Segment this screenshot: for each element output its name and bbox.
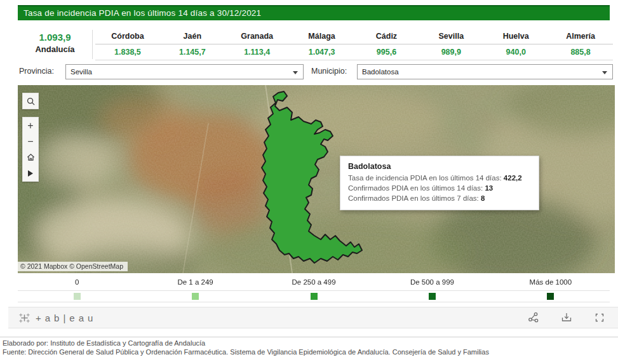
download-button[interactable] — [560, 311, 574, 325]
map-tooltip: Badolatosa Tasa de incidencia PDIA en lo… — [340, 156, 539, 210]
legend-swatch[interactable] — [74, 293, 81, 300]
pan-tools-expand-button[interactable] — [23, 165, 38, 181]
home-button[interactable] — [23, 149, 38, 165]
andalucia-summary: 1.093,9 Andalucía — [18, 30, 93, 59]
tooltip-row: Confirmados PDIA en los últimos 14 días:… — [348, 183, 531, 193]
fullscreen-button[interactable] — [593, 311, 607, 325]
province-header: Cádiz — [354, 29, 419, 44]
municipio-label: Municipio: — [311, 67, 347, 76]
chevron-down-icon — [293, 71, 298, 74]
tooltip-row: Tasa de incidencia PDIA en los últimos 1… — [348, 173, 531, 183]
legend-swatch-cell — [136, 293, 254, 300]
tableau-wordmark: +ab|eau — [36, 313, 97, 323]
credits-line-elaborado: Elaborado por: Instituto de Estadística … — [3, 339, 489, 348]
andalucia-value: 1.093,9 — [18, 30, 92, 43]
minus-icon: − — [27, 136, 33, 147]
tableau-logo[interactable]: +ab|eau — [18, 312, 97, 324]
map-attribution[interactable]: © 2021 Mapbox © OpenStreetMap — [18, 262, 128, 271]
home-icon — [26, 152, 36, 162]
toolbar-actions — [527, 311, 607, 325]
zoom-in-button[interactable]: + — [23, 118, 38, 133]
legend-labels: 0 De 1 a 249 De 250 a 499 De 500 a 999 M… — [18, 278, 610, 289]
provinces-values-row: 1.838,5 1.145,7 1.113,4 1.047,3 995,6 98… — [95, 44, 613, 60]
color-legend: 0 De 1 a 249 De 250 a 499 De 500 a 999 M… — [18, 278, 610, 302]
legend-swatches — [18, 290, 610, 302]
province-header: Córdoba — [95, 29, 160, 44]
legend-label: Más de 1000 — [492, 278, 610, 289]
province-value: 1.047,3 — [290, 44, 354, 60]
tooltip-row-label: Confirmados PDIA en los últimos 14 días: — [348, 184, 485, 192]
legend-swatch[interactable] — [311, 293, 318, 300]
map-view[interactable]: + − Badolatosa Tasa de incidencia PDIA e… — [18, 85, 615, 273]
chevron-down-icon — [602, 71, 607, 74]
province-value: 885,8 — [548, 44, 613, 60]
province-value: 989,9 — [419, 44, 483, 60]
province-header: Jaén — [160, 29, 225, 44]
tooltip-row-label: Tasa de incidencia PDIA en los últimos 1… — [348, 174, 504, 182]
legend-swatch[interactable] — [429, 293, 436, 300]
legend-swatch-cell — [492, 293, 610, 300]
plus-icon: + — [27, 120, 33, 131]
provincia-dropdown[interactable]: Sevilla — [65, 64, 304, 79]
province-value: 1.113,4 — [225, 44, 290, 60]
province-header: Málaga — [290, 29, 354, 44]
tooltip-row-value: 422,2 — [504, 174, 522, 182]
tooltip-row-value: 13 — [485, 184, 493, 192]
search-icon — [26, 97, 36, 106]
tooltip-row: Confirmados PDIA en los últimos 7 días: … — [348, 193, 531, 203]
tableau-mark-icon — [18, 312, 30, 324]
legend-label: 0 — [18, 278, 136, 289]
province-header: Huelva — [483, 29, 548, 44]
tooltip-row-value: 8 — [481, 194, 485, 202]
credits-block: Elaborado por: Instituto de Estadística … — [3, 339, 489, 356]
legend-swatch-cell — [255, 293, 373, 300]
legend-label: De 250 a 499 — [255, 278, 373, 289]
tooltip-title: Badolatosa — [348, 162, 531, 171]
legend-swatch[interactable] — [547, 293, 554, 300]
province-value: 995,6 — [354, 44, 419, 60]
legend-swatch-cell — [18, 293, 136, 300]
credits-line-fuente: Fuente: Dirección General de Salud Públi… — [3, 348, 489, 357]
legend-label: De 1 a 249 — [136, 278, 254, 289]
province-value: 940,0 — [483, 44, 548, 60]
fullscreen-icon — [593, 311, 606, 324]
arrow-right-icon — [28, 170, 33, 177]
tableau-toolbar: +ab|eau — [8, 307, 618, 328]
legend-swatch-cell — [373, 293, 491, 300]
share-button[interactable] — [527, 311, 541, 325]
map-search-button[interactable] — [22, 93, 39, 109]
province-header: Sevilla — [419, 29, 483, 44]
province-value: 1.838,5 — [95, 44, 160, 60]
legend-label: De 500 a 999 — [373, 278, 491, 289]
province-value: 1.145,7 — [160, 44, 225, 60]
dashboard-title: Tasa de incidencia PDIA en los últimos 1… — [18, 5, 610, 20]
tooltip-row-label: Confirmados PDIA en los últimos 7 días: — [348, 194, 481, 202]
andalucia-label: Andalucía — [18, 44, 92, 54]
filters-bar: Provincia: Sevilla Municipio: Badolatosa — [0, 63, 618, 81]
provinces-table: Córdoba Jaén Granada Málaga Cádiz Sevill… — [95, 29, 613, 60]
provincia-label: Provincia: — [19, 67, 54, 76]
credits-divider — [0, 337, 618, 337]
municipio-selected-value: Badolatosa — [362, 68, 399, 76]
municipio-dropdown[interactable]: Badolatosa — [357, 64, 613, 79]
provincia-selected-value: Sevilla — [71, 68, 92, 76]
zoom-out-button[interactable]: − — [23, 133, 38, 149]
download-icon — [560, 311, 573, 324]
map-toolbar: + − — [22, 117, 39, 182]
provinces-header-row: Córdoba Jaén Granada Málaga Cádiz Sevill… — [95, 29, 613, 44]
province-header: Almería — [548, 29, 613, 44]
legend-swatch[interactable] — [192, 293, 199, 300]
dashboard: Tasa de incidencia PDIA en los últimos 1… — [0, 0, 618, 364]
province-header: Granada — [225, 29, 290, 44]
share-icon — [527, 311, 540, 324]
